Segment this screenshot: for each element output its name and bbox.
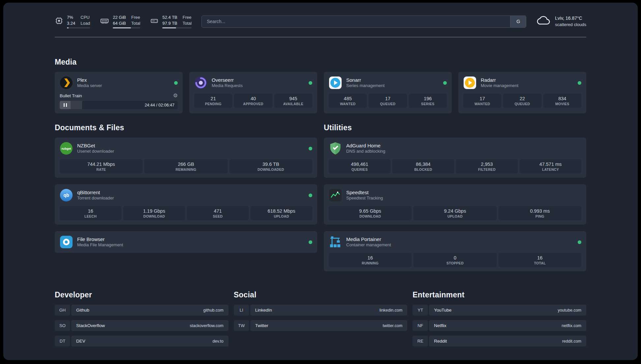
stat-movies: 834 MOVIES <box>543 94 581 108</box>
service-name: Overseerr <box>212 77 243 83</box>
service-card-overseerr[interactable]: Overseerr Media Requests 21 PENDING 40 A… <box>189 72 317 113</box>
bookmark-stackoverflow[interactable]: SO StackOverflow stackoverflow.com <box>55 320 229 331</box>
stat-downloaded: 39.6 TB DOWNLOADED <box>229 159 312 173</box>
bookmark-name: DEV <box>76 339 213 344</box>
bookmark-group-developer: Developer GH Github github.com SO StackO… <box>55 290 229 351</box>
bookmark-github[interactable]: GH Github github.com <box>55 305 229 316</box>
section-title-utilities: Utilities <box>324 123 586 132</box>
section-title-documents: Documents & Files <box>55 123 317 132</box>
service-subtitle: Torrent downloader <box>77 196 114 201</box>
search-input[interactable] <box>202 16 510 27</box>
bookmark-abbr: RE <box>412 336 428 347</box>
service-subtitle: Media Requests <box>212 83 243 89</box>
cpu-load-label: Load <box>80 20 90 26</box>
service-card-radarr[interactable]: Radarr Movie management 17 WANTED 22 QUE… <box>458 72 586 113</box>
bookmark-linkedin[interactable]: LI LinkedIn linkedin.com <box>234 305 408 316</box>
service-card-speedtest[interactable]: Speedtest Speedtest Tracking 9.65 Gbps D… <box>324 184 586 225</box>
service-card-plex[interactable]: Plex Media server Bullet Train ⚙ 24:44 /… <box>55 72 183 113</box>
stat-value: 39.6 TB <box>231 162 311 167</box>
stat-total: 16 TOTAL <box>499 253 581 267</box>
service-card-sonarr[interactable]: Sonarr Series management 485 WANTED 17 Q… <box>324 72 452 113</box>
resource-widgets: 7% CPU 3.24 Load 22 GiB Fre <box>55 15 192 28</box>
cpu-icon <box>55 16 63 26</box>
section-title-social: Social <box>234 290 408 299</box>
disk-progress-bar <box>162 27 192 28</box>
service-card-filebrowser[interactable]: File Browser Media File Management <box>55 231 317 253</box>
stat-label: PENDING <box>196 102 231 106</box>
stat-queries: 498,461 QUERIES <box>329 159 390 173</box>
stat-value: 86,384 <box>394 162 453 167</box>
bookmark-abbr: LI <box>234 305 249 316</box>
memory-widget: 22 GiB Free 64 GiB Total <box>100 15 140 28</box>
service-name: Plex <box>77 77 102 83</box>
stat-download: 1.19 Gbps DOWNLOAD <box>123 206 185 220</box>
service-card-portainer[interactable]: Media Portainer Container management 16 … <box>324 231 586 271</box>
bookmark-dev[interactable]: DT DEV dev.to <box>55 336 229 347</box>
service-name: qBittorrent <box>77 189 114 196</box>
bookmark-url: reddit.com <box>562 339 581 344</box>
stat-label: QUEUED <box>504 102 540 106</box>
stat-label: DOWNLOAD <box>125 214 184 218</box>
service-subtitle: Container management <box>346 242 391 248</box>
disk-icon <box>150 16 159 26</box>
bookmark-group-social: Social LI LinkedIn linkedin.com TW Twitt… <box>234 290 408 351</box>
plex-player-bar[interactable]: 24:44 / 02:06:47 <box>60 101 178 109</box>
stat-value: 618.52 Mbps <box>252 208 311 214</box>
stat-value: 17 <box>370 96 405 101</box>
stat-label: UPLOAD <box>252 214 311 218</box>
cloud-icon <box>536 15 551 28</box>
bookmark-url: netflix.com <box>562 323 581 328</box>
bookmark-reddit[interactable]: RE Reddit reddit.com <box>412 336 586 347</box>
stat-label: UPLOAD <box>415 214 495 218</box>
stat-label: SERIES <box>410 102 445 106</box>
bookmark-netflix[interactable]: NF Netflix netflix.com <box>412 320 586 331</box>
stat-wanted: 485 WANTED <box>329 94 367 108</box>
service-subtitle: Usenet downloader <box>77 149 114 154</box>
bookmark-abbr: NF <box>412 320 428 331</box>
topbar-divider <box>55 37 586 37</box>
stat-label: TOTAL <box>500 261 580 265</box>
stat-seed: 471 SEED <box>187 206 249 220</box>
bookmark-url: linkedin.com <box>380 308 402 313</box>
service-name: Sonarr <box>346 77 384 83</box>
section-documents: Documents & Files nzbget NZBGet U <box>55 123 317 271</box>
stat-label: LEECH <box>61 214 120 218</box>
nzbget-icon: nzbget <box>60 142 73 155</box>
status-dot <box>309 194 312 197</box>
bookmark-url: dev.to <box>213 339 224 344</box>
bookmark-youtube[interactable]: YT YouTube youtube.com <box>412 305 586 316</box>
bookmark-name: Twitter <box>255 323 383 328</box>
service-card-adguard[interactable]: AdGuard Home DNS and adblocking 498,461 … <box>324 137 586 178</box>
stat-wanted: 17 WANTED <box>463 94 501 108</box>
stat-value: 47.571 ms <box>521 162 580 167</box>
service-card-qbittorrent[interactable]: qb qBittorrent Torrent downloader 16 LEE… <box>55 184 317 225</box>
service-card-nzbget[interactable]: nzbget NZBGet Usenet downloader 744.21 M… <box>55 137 317 178</box>
stat-value: 266 GB <box>146 162 226 167</box>
stat-value: 17 <box>465 96 500 101</box>
stat-label: QUEUED <box>370 102 405 106</box>
svg-text:nzbget: nzbget <box>62 147 71 150</box>
settings-gear-icon[interactable]: ⚙ <box>173 93 178 98</box>
dashboard: 7% CPU 3.24 Load 22 GiB Fre <box>3 3 638 360</box>
stat-remaining: 266 GB REMAINING <box>144 159 227 173</box>
service-name: File Browser <box>77 236 123 243</box>
bookmark-twitter[interactable]: TW Twitter twitter.com <box>234 320 408 331</box>
stat-queued: 22 QUEUED <box>503 94 541 108</box>
stat-stopped: 0 STOPPED <box>413 253 496 267</box>
search-provider-button[interactable]: G <box>510 16 526 27</box>
service-name: Radarr <box>481 77 518 83</box>
stat-label: SEED <box>188 214 247 218</box>
overseerr-icon <box>194 76 207 89</box>
disk-widget: 52.4 TB Free 97.9 TB Total <box>150 15 192 28</box>
bookmark-abbr: GH <box>55 305 70 316</box>
bookmark-name: StackOverflow <box>76 323 190 328</box>
sonarr-icon <box>329 76 342 89</box>
stat-filtered: 2,953 FILTERED <box>456 159 518 173</box>
bookmark-name: Reddit <box>434 339 562 344</box>
stat-value: 16 <box>330 255 410 260</box>
stat-value: 1.19 Gbps <box>125 208 184 214</box>
now-playing-title: Bullet Train <box>60 93 173 98</box>
bookmark-group-entertainment: Entertainment YT YouTube youtube.com NF … <box>412 290 586 351</box>
pause-button[interactable] <box>60 101 71 109</box>
bookmark-abbr: TW <box>234 320 249 331</box>
